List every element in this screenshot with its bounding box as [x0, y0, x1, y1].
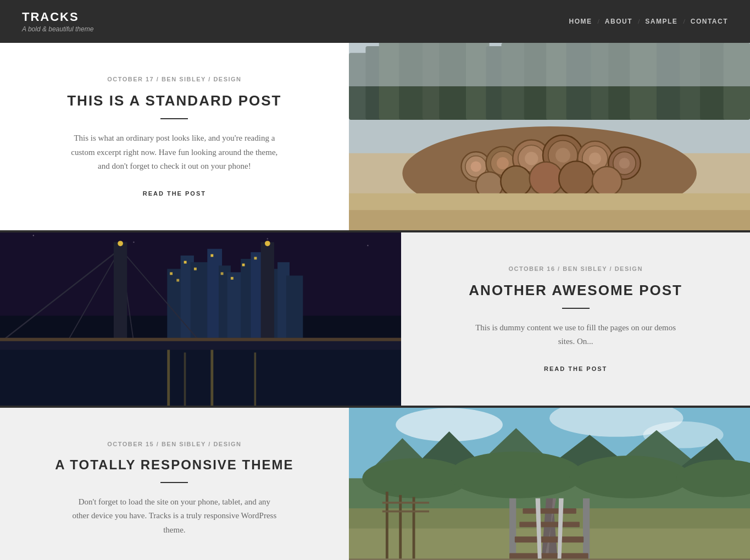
- svg-point-46: [592, 167, 622, 196]
- svg-rect-114: [412, 497, 415, 560]
- nav-home[interactable]: HOME: [569, 18, 592, 25]
- post-card-1: OCTOBER 17 / BEN SIBLEY / DESIGN THIS IS…: [0, 43, 750, 230]
- svg-rect-75: [231, 277, 234, 280]
- post-card-3: OCTOBER 15 / BEN SIBLEY / DESIGN A TOTAL…: [0, 408, 750, 560]
- post-content-2: OCTOBER 16 / BEN SIBLEY / DESIGN ANOTHER…: [401, 232, 750, 406]
- svg-rect-48: [349, 210, 750, 230]
- svg-rect-89: [114, 242, 127, 346]
- post-image-3: [349, 408, 750, 560]
- svg-rect-77: [254, 257, 257, 259]
- svg-rect-113: [399, 495, 402, 560]
- svg-rect-73: [210, 254, 213, 257]
- svg-point-44: [529, 162, 563, 196]
- site-tagline: A bold & beautiful theme: [22, 25, 93, 33]
- nav-separator-1: /: [598, 18, 599, 26]
- svg-point-92: [265, 241, 270, 246]
- read-more-2[interactable]: READ THE POST: [544, 365, 607, 373]
- svg-point-26: [470, 161, 481, 171]
- post-title-1: THIS IS A STANDARD POST: [67, 92, 281, 109]
- svg-rect-94: [0, 337, 401, 341]
- svg-point-32: [525, 152, 538, 165]
- logs-image: [349, 43, 750, 230]
- nav-separator-3: /: [683, 18, 685, 26]
- svg-rect-126: [382, 502, 429, 504]
- svg-point-38: [589, 153, 601, 165]
- bridge-image: [0, 232, 401, 406]
- nav-contact[interactable]: CONTACT: [691, 18, 728, 25]
- svg-rect-116: [583, 498, 590, 560]
- svg-rect-72: [194, 268, 197, 270]
- svg-point-108: [569, 456, 690, 498]
- site-header: TRACKS A bold & beautiful theme HOME / A…: [0, 0, 750, 43]
- main-content: OCTOBER 17 / BEN SIBLEY / DESIGN THIS IS…: [0, 43, 750, 560]
- post-image-2: [0, 232, 401, 406]
- svg-rect-82: [210, 349, 213, 406]
- post-meta-1: OCTOBER 17 / BEN SIBLEY / DESIGN: [107, 76, 241, 82]
- post-excerpt-1: This is what an ordinary post looks like…: [70, 131, 279, 174]
- post-divider-2: [562, 308, 590, 309]
- svg-rect-74: [221, 272, 224, 275]
- svg-point-41: [619, 158, 629, 168]
- svg-point-43: [501, 166, 531, 197]
- railway-image: [349, 408, 750, 560]
- svg-rect-79: [0, 346, 401, 406]
- svg-rect-81: [184, 352, 186, 406]
- post-title-2: ANOTHER AWESOME POST: [469, 282, 682, 299]
- svg-point-91: [118, 241, 123, 246]
- svg-rect-119: [523, 508, 576, 514]
- post-image-1: [349, 43, 750, 230]
- svg-rect-90: [261, 242, 274, 346]
- svg-rect-80: [167, 349, 170, 406]
- post-divider-3: [160, 482, 188, 483]
- svg-rect-76: [242, 263, 245, 266]
- post-meta-2: OCTOBER 16 / BEN SIBLEY / DESIGN: [508, 265, 642, 272]
- svg-rect-69: [170, 272, 173, 275]
- nav-sample[interactable]: SAMPLE: [645, 18, 677, 25]
- svg-rect-115: [509, 498, 516, 560]
- post-content-3: OCTOBER 15 / BEN SIBLEY / DESIGN A TOTAL…: [0, 408, 349, 560]
- svg-point-29: [497, 157, 509, 169]
- read-more-1[interactable]: READ THE POST: [143, 190, 206, 197]
- svg-rect-127: [382, 511, 429, 513]
- main-nav: HOME / ABOUT / SAMPLE / CONTACT: [569, 18, 729, 26]
- post-card-2: OCTOBER 16 / BEN SIBLEY / DESIGN ANOTHER…: [0, 232, 750, 406]
- post-excerpt-2: This is dummy content we use to fill the…: [471, 321, 680, 349]
- post-content-1: OCTOBER 17 / BEN SIBLEY / DESIGN THIS IS…: [0, 43, 349, 230]
- svg-rect-120: [519, 522, 580, 527]
- post-divider-1: [160, 118, 188, 119]
- svg-rect-121: [515, 536, 584, 542]
- svg-point-45: [559, 161, 593, 196]
- site-branding: TRACKS A bold & beautiful theme: [22, 10, 93, 33]
- svg-point-107: [449, 451, 582, 498]
- svg-rect-83: [254, 352, 257, 406]
- post-excerpt-3: Don't forget to load the site on your ph…: [70, 495, 279, 537]
- svg-rect-21: [349, 43, 750, 86]
- post-meta-3: OCTOBER 15 / BEN SIBLEY / DESIGN: [107, 441, 241, 447]
- svg-rect-71: [184, 260, 187, 263]
- svg-point-35: [555, 148, 570, 163]
- site-title: TRACKS: [22, 10, 93, 24]
- post-title-3: A TOTALLY RESPONSIVE THEME: [55, 457, 293, 473]
- svg-rect-70: [176, 279, 179, 281]
- nav-about[interactable]: ABOUT: [605, 18, 632, 25]
- nav-separator-2: /: [638, 18, 640, 26]
